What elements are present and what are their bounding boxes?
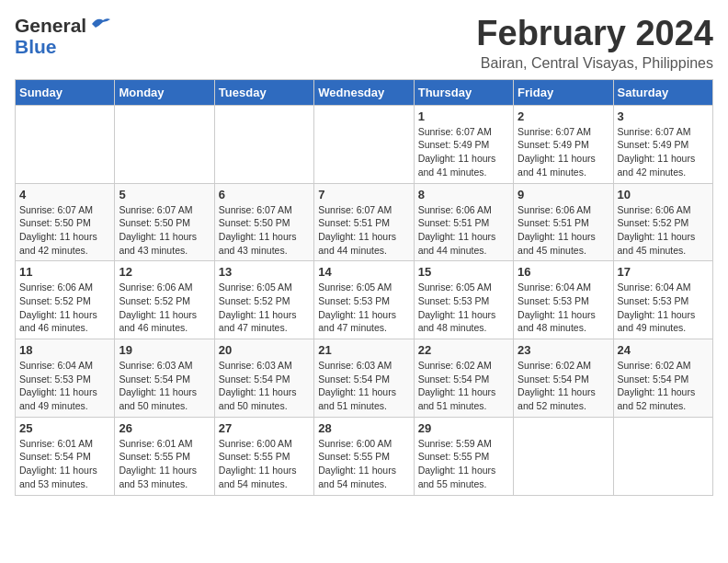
day-number: 29 [418,421,509,435]
table-row [115,105,214,183]
title-block: February 2024 Bairan, Central Visayas, P… [476,15,713,72]
day-number: 11 [19,265,110,279]
col-tuesday: Tuesday [214,79,313,105]
day-info: Sunrise: 6:07 AM Sunset: 5:49 PM Dayligh… [618,125,709,179]
logo-general-text: General [15,15,86,36]
table-row [314,105,414,183]
day-info: Sunrise: 6:02 AM Sunset: 5:54 PM Dayligh… [518,359,609,413]
day-info: Sunrise: 6:06 AM Sunset: 5:51 PM Dayligh… [518,203,609,258]
day-number: 7 [318,188,409,201]
table-row: 26Sunrise: 6:01 AM Sunset: 5:55 PM Dayli… [115,417,214,495]
logo: General Blue [15,15,110,57]
table-row: 28Sunrise: 6:00 AM Sunset: 5:55 PM Dayli… [314,417,414,495]
day-number: 1 [418,109,509,123]
day-number: 16 [518,265,609,279]
day-number: 24 [618,343,709,357]
day-info: Sunrise: 6:01 AM Sunset: 5:55 PM Dayligh… [119,437,210,491]
day-info: Sunrise: 6:06 AM Sunset: 5:52 PM Dayligh… [119,281,210,335]
day-number: 13 [219,265,310,279]
calendar-week-row: 11Sunrise: 6:06 AM Sunset: 5:52 PM Dayli… [16,261,713,339]
logo-blue-text: Blue [15,36,110,57]
table-row: 9Sunrise: 6:06 AM Sunset: 5:51 PM Daylig… [514,183,613,261]
table-row: 7Sunrise: 6:07 AM Sunset: 5:51 PM Daylig… [314,183,414,261]
day-info: Sunrise: 6:03 AM Sunset: 5:54 PM Dayligh… [119,359,210,413]
day-info: Sunrise: 6:00 AM Sunset: 5:55 PM Dayligh… [318,437,409,491]
table-row: 12Sunrise: 6:06 AM Sunset: 5:52 PM Dayli… [115,261,214,339]
table-row: 4Sunrise: 6:07 AM Sunset: 5:50 PM Daylig… [16,183,115,261]
table-row: 29Sunrise: 5:59 AM Sunset: 5:55 PM Dayli… [414,417,513,495]
table-row: 3Sunrise: 6:07 AM Sunset: 5:49 PM Daylig… [613,105,712,183]
bird-icon [90,17,110,31]
table-row: 8Sunrise: 6:06 AM Sunset: 5:51 PM Daylig… [414,183,513,261]
col-saturday: Saturday [613,79,712,105]
calendar-week-row: 1Sunrise: 6:07 AM Sunset: 5:49 PM Daylig… [16,105,713,183]
day-number: 19 [119,343,210,357]
day-info: Sunrise: 6:07 AM Sunset: 5:49 PM Dayligh… [418,125,509,179]
table-row [514,417,613,495]
calendar-table: Sunday Monday Tuesday Wednesday Thursday… [15,79,713,496]
day-number: 23 [518,343,609,357]
table-row [214,105,313,183]
day-info: Sunrise: 6:06 AM Sunset: 5:52 PM Dayligh… [618,203,709,258]
day-info: Sunrise: 6:07 AM Sunset: 5:51 PM Dayligh… [318,203,409,258]
calendar-week-row: 25Sunrise: 6:01 AM Sunset: 5:54 PM Dayli… [16,417,713,495]
day-number: 20 [219,343,310,357]
table-row [16,105,115,183]
table-row: 18Sunrise: 6:04 AM Sunset: 5:53 PM Dayli… [16,339,115,418]
day-info: Sunrise: 6:01 AM Sunset: 5:54 PM Dayligh… [19,437,110,491]
calendar-week-row: 18Sunrise: 6:04 AM Sunset: 5:53 PM Dayli… [16,339,713,418]
day-info: Sunrise: 6:05 AM Sunset: 5:53 PM Dayligh… [418,281,509,335]
day-number: 8 [418,188,509,201]
calendar-week-row: 4Sunrise: 6:07 AM Sunset: 5:50 PM Daylig… [16,183,713,261]
day-number: 9 [518,188,609,201]
day-info: Sunrise: 6:05 AM Sunset: 5:53 PM Dayligh… [318,281,409,335]
table-row: 11Sunrise: 6:06 AM Sunset: 5:52 PM Dayli… [16,261,115,339]
day-number: 2 [518,109,609,123]
table-row: 19Sunrise: 6:03 AM Sunset: 5:54 PM Dayli… [115,339,214,418]
day-number: 28 [318,421,409,435]
day-number: 25 [19,421,110,435]
day-info: Sunrise: 6:07 AM Sunset: 5:50 PM Dayligh… [19,203,110,258]
day-number: 3 [618,109,709,123]
day-number: 21 [318,343,409,357]
table-row: 22Sunrise: 6:02 AM Sunset: 5:54 PM Dayli… [414,339,513,418]
table-row: 5Sunrise: 6:07 AM Sunset: 5:50 PM Daylig… [115,183,214,261]
table-row: 27Sunrise: 6:00 AM Sunset: 5:55 PM Dayli… [214,417,313,495]
day-number: 5 [119,188,210,201]
calendar-header-row: Sunday Monday Tuesday Wednesday Thursday… [16,79,713,105]
table-row: 24Sunrise: 6:02 AM Sunset: 5:54 PM Dayli… [613,339,712,418]
day-number: 10 [618,188,709,201]
table-row: 21Sunrise: 6:03 AM Sunset: 5:54 PM Dayli… [314,339,414,418]
day-info: Sunrise: 6:02 AM Sunset: 5:54 PM Dayligh… [618,359,709,413]
day-info: Sunrise: 6:06 AM Sunset: 5:52 PM Dayligh… [19,281,110,335]
col-friday: Friday [514,79,613,105]
day-number: 27 [219,421,310,435]
day-info: Sunrise: 6:05 AM Sunset: 5:52 PM Dayligh… [219,281,310,335]
day-info: Sunrise: 6:03 AM Sunset: 5:54 PM Dayligh… [219,359,310,413]
table-row: 23Sunrise: 6:02 AM Sunset: 5:54 PM Dayli… [514,339,613,418]
day-info: Sunrise: 6:06 AM Sunset: 5:51 PM Dayligh… [418,203,509,258]
day-info: Sunrise: 6:02 AM Sunset: 5:54 PM Dayligh… [418,359,509,413]
col-monday: Monday [115,79,214,105]
table-row: 25Sunrise: 6:01 AM Sunset: 5:54 PM Dayli… [16,417,115,495]
table-row: 16Sunrise: 6:04 AM Sunset: 5:53 PM Dayli… [514,261,613,339]
location-subtitle: Bairan, Central Visayas, Philippines [476,55,713,72]
day-info: Sunrise: 6:04 AM Sunset: 5:53 PM Dayligh… [518,281,609,335]
table-row: 14Sunrise: 6:05 AM Sunset: 5:53 PM Dayli… [314,261,414,339]
day-number: 14 [318,265,409,279]
day-info: Sunrise: 6:04 AM Sunset: 5:53 PM Dayligh… [618,281,709,335]
day-info: Sunrise: 6:07 AM Sunset: 5:50 PM Dayligh… [119,203,210,258]
day-number: 22 [418,343,509,357]
table-row: 20Sunrise: 6:03 AM Sunset: 5:54 PM Dayli… [214,339,313,418]
day-info: Sunrise: 6:04 AM Sunset: 5:53 PM Dayligh… [19,359,110,413]
day-info: Sunrise: 6:03 AM Sunset: 5:54 PM Dayligh… [318,359,409,413]
day-number: 17 [618,265,709,279]
day-number: 18 [19,343,110,357]
table-row: 10Sunrise: 6:06 AM Sunset: 5:52 PM Dayli… [613,183,712,261]
day-number: 4 [19,188,110,201]
table-row [613,417,712,495]
table-row: 13Sunrise: 6:05 AM Sunset: 5:52 PM Dayli… [214,261,313,339]
table-row: 17Sunrise: 6:04 AM Sunset: 5:53 PM Dayli… [613,261,712,339]
day-info: Sunrise: 6:00 AM Sunset: 5:55 PM Dayligh… [219,437,310,491]
table-row: 6Sunrise: 6:07 AM Sunset: 5:50 PM Daylig… [214,183,313,261]
